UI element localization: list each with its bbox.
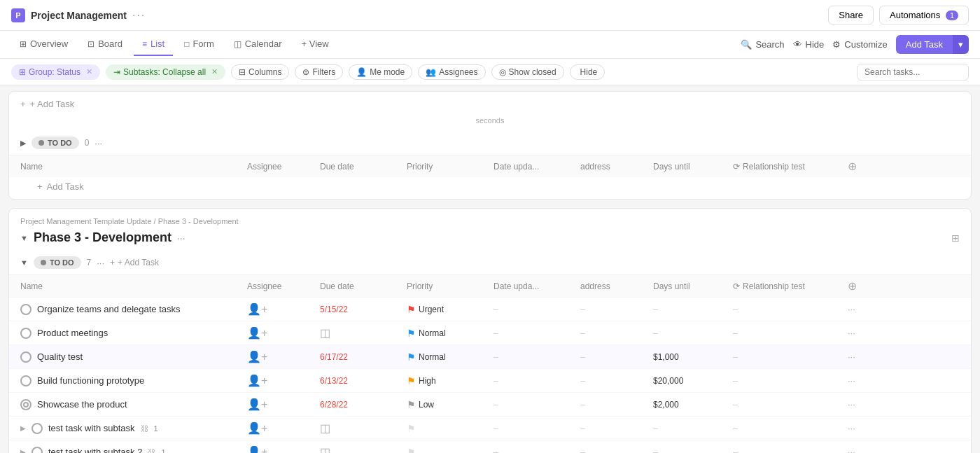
section2-title-left: ▼ Phase 3 - Development ···	[20, 230, 186, 245]
task-date-updated: –	[493, 351, 578, 362]
task-checkbox[interactable]	[31, 447, 43, 454]
tab-list[interactable]: ≡ List	[134, 33, 173, 56]
task-row[interactable]: ▶ test task with subtask 2 ⛓ 1 👤+ ◫ ⚑ – …	[9, 440, 971, 453]
assignee-icon: 👤+	[247, 422, 267, 434]
task-name-cell: Build functioning prototype	[20, 375, 244, 386]
section2-collapse-arrow2[interactable]: ▼	[20, 258, 28, 267]
chip-assignees[interactable]: 👥 Assignees	[418, 64, 485, 80]
chip-subtasks-close[interactable]: ✕	[211, 67, 218, 76]
nav-tabs: ⊞ Overview ⊡ Board ≡ List □ Form ◫ Calen…	[0, 31, 980, 59]
hide-button[interactable]: 👁 Hide	[793, 39, 825, 50]
row-more-icon[interactable]: ···	[848, 375, 855, 386]
task-row[interactable]: Quality test 👤+ 6/17/22 ⚑ Normal – – $1,…	[9, 344, 971, 368]
task-more[interactable]: ···	[848, 447, 876, 453]
row-more-icon[interactable]: ···	[848, 399, 855, 410]
task-checkbox[interactable]	[20, 304, 31, 315]
task-more[interactable]: ···	[848, 423, 876, 433]
section1-add-task-top[interactable]: + + Add Task	[9, 95, 971, 113]
tab-add-view[interactable]: + View	[293, 33, 337, 56]
add-inline-icon: +	[110, 258, 115, 267]
section1-add-task-bottom[interactable]: + Add Task	[9, 177, 971, 196]
section2-count: 7	[87, 258, 92, 267]
chip-hide[interactable]: Hide	[570, 64, 606, 80]
automations-button[interactable]: Automations 1	[879, 6, 969, 25]
filters-icon: ⊜	[302, 67, 309, 77]
add-task-button[interactable]: Add Task	[896, 35, 953, 54]
task-assignee: 👤+	[247, 302, 317, 316]
task-checkbox[interactable]	[20, 375, 31, 386]
section1-status-badge[interactable]: TO DO	[31, 137, 79, 149]
tab-overview[interactable]: ⊞ Overview	[11, 33, 76, 56]
task-row[interactable]: ▶ test task with subtask ⛓ 1 👤+ ◫ ⚑ – – …	[9, 416, 971, 440]
task-row[interactable]: Build functioning prototype 👤+ 6/13/22 ⚑…	[9, 368, 971, 392]
me-mode-icon: 👤	[356, 67, 367, 77]
col-add[interactable]: ⊕	[848, 160, 876, 173]
assignees-icon: 👥	[426, 67, 436, 77]
task-checkbox[interactable]	[20, 351, 31, 363]
col2-address: address	[580, 281, 650, 291]
task-checkbox[interactable]	[20, 328, 31, 339]
section1-collapse-arrow[interactable]: ▶	[20, 139, 26, 148]
task-more[interactable]: ···	[848, 328, 876, 338]
section2-status-more[interactable]: ···	[97, 258, 104, 268]
task-row[interactable]: Organize teams and delegate tasks 👤+ 5/1…	[9, 297, 971, 321]
search-button[interactable]: 🔍 Search	[741, 39, 784, 50]
expand-arrow[interactable]: ▶	[20, 448, 26, 453]
col2-add[interactable]: ⊕	[848, 279, 876, 293]
section1-top: + + Add Task seconds ▶ TO DO 0 ··· Name …	[9, 92, 971, 199]
chip-me-mode[interactable]: 👤 Me mode	[349, 64, 412, 80]
todo-dot2	[41, 260, 46, 265]
task-address: –	[580, 423, 650, 433]
col2-priority: Priority	[407, 281, 491, 291]
chip-show-closed[interactable]: ◎ Show closed	[491, 64, 564, 80]
subtask-link-icon2: ⛓	[148, 448, 155, 454]
section2-title-row: ▼ Phase 3 - Development ··· ⊞	[9, 226, 971, 251]
task-due-date: ◫	[320, 421, 404, 435]
task-date-updated: –	[493, 328, 578, 338]
add-task-dropdown-arrow[interactable]: ▾	[953, 35, 969, 54]
section1-status-more[interactable]: ···	[94, 138, 102, 148]
tab-form[interactable]: □ Form	[176, 33, 223, 56]
section2-status-badge[interactable]: TO DO	[34, 256, 81, 269]
task-checkbox-partial[interactable]	[20, 399, 31, 410]
row-more-icon[interactable]: ···	[848, 423, 855, 433]
add-column-icon2[interactable]: ⊕	[848, 279, 857, 293]
tab-board[interactable]: ⊡ Board	[79, 33, 131, 56]
section2-grid-icon[interactable]: ⊞	[951, 232, 960, 244]
search-tasks-input[interactable]	[857, 64, 969, 81]
row-more-icon[interactable]: ···	[848, 447, 855, 453]
todo-dot	[38, 140, 44, 146]
share-button[interactable]: Share	[828, 6, 874, 25]
chip-columns[interactable]: ⊟ Columns	[231, 64, 289, 80]
chip-subtasks[interactable]: ⇥ Subtasks: Collapse all ✕	[106, 64, 225, 80]
grid-view-icon: ⊞	[951, 232, 960, 244]
row-more-icon[interactable]: ···	[848, 328, 855, 338]
task-name-cell: Organize teams and delegate tasks	[20, 304, 244, 315]
task-checkbox[interactable]	[31, 423, 43, 434]
add-column-icon[interactable]: ⊕	[848, 160, 857, 173]
chip-group-status[interactable]: ⊞ Group: Status ✕	[11, 64, 100, 80]
expand-arrow[interactable]: ▶	[20, 424, 26, 432]
project-more-button[interactable]: ···	[132, 9, 146, 22]
section2-collapse-arrow[interactable]: ▼	[20, 234, 28, 242]
overview-icon: ⊞	[20, 39, 27, 49]
phase-more-button[interactable]: ···	[177, 232, 186, 244]
chip-filters[interactable]: ⊜ Filters	[295, 64, 343, 80]
task-relationship: –	[733, 351, 845, 362]
task-due-date: ◫	[320, 326, 404, 340]
row-more-icon[interactable]: ···	[848, 351, 855, 362]
chip-close-icon[interactable]: ✕	[86, 67, 92, 76]
assignee-icon: 👤+	[247, 351, 267, 363]
task-more[interactable]: ···	[848, 399, 876, 410]
task-more[interactable]: ···	[848, 351, 876, 362]
section2-add-task-inline[interactable]: + + Add Task	[110, 258, 159, 267]
task-more[interactable]: ···	[848, 375, 876, 386]
task-row[interactable]: Product meetings 👤+ ◫ ⚑ Normal – – – – ·…	[9, 321, 971, 344]
row-more-icon[interactable]: ···	[848, 304, 855, 314]
task-row[interactable]: Showcase the product 👤+ 6/28/22 ⚑ Low – …	[9, 392, 971, 416]
task-more[interactable]: ···	[848, 304, 876, 314]
section1-todo-header: ▶ TO DO 0 ···	[9, 131, 971, 155]
flag-none-icon: ⚑	[407, 423, 416, 434]
customize-button[interactable]: ⚙ Customize	[832, 39, 887, 50]
tab-calendar[interactable]: ◫ Calendar	[225, 33, 290, 56]
